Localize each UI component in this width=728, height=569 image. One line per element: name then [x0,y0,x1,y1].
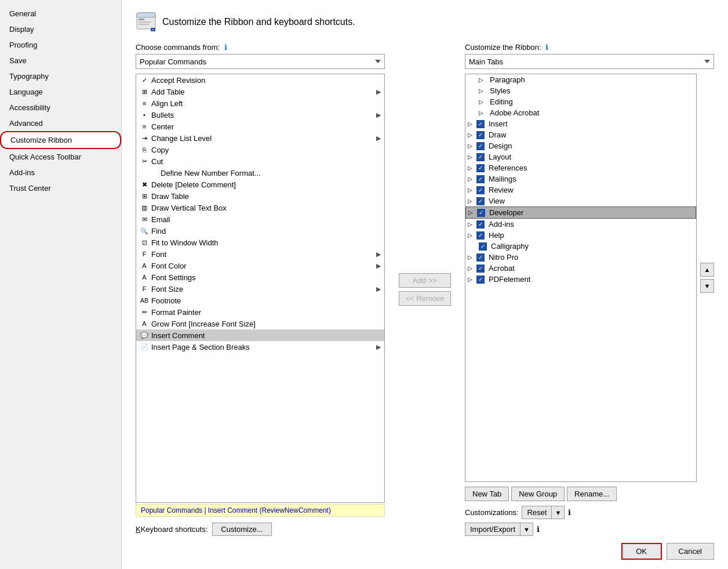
customizations-info-icon[interactable]: ℹ [568,508,571,517]
import-export-button[interactable]: Import/Export [465,523,520,535]
ribbon-tree-item[interactable]: ▷✓Draw [465,129,696,140]
command-item[interactable]: 📄Insert Page & Section Breaks▶ [136,341,384,353]
sidebar-item-trust-center[interactable]: Trust Center [0,180,121,196]
add-button[interactable]: Add >> [399,273,451,288]
tree-item-checkbox[interactable]: ✓ [476,175,485,183]
import-export-info-icon[interactable]: ℹ [537,525,540,534]
rename-button[interactable]: Rename... [567,487,617,501]
tree-item-checkbox[interactable]: ✓ [476,131,485,139]
tree-item-checkbox[interactable]: ✓ [476,231,485,240]
ribbon-tree-item[interactable]: ▷Styles [465,85,696,96]
command-item[interactable]: ⇥Change List Level▶ [136,132,384,144]
command-item[interactable]: 💬Insert Comment [136,329,384,341]
tree-expand-arrow[interactable]: ▷ [468,154,475,160]
sidebar-item-typography[interactable]: Typography [0,68,121,84]
tree-expand-arrow[interactable]: ▷ [479,99,486,105]
ribbon-tree-item[interactable]: ▷✓Mailings [465,173,696,184]
tree-item-checkbox[interactable]: ✓ [476,264,485,273]
cancel-button[interactable]: Cancel [667,543,714,560]
ribbon-tree-item[interactable]: ▷✓Acrobat [465,263,696,274]
remove-button[interactable]: << Remove [399,291,451,306]
sidebar-item-add-ins[interactable]: Add-ins [0,165,121,180]
ribbon-tree-item[interactable]: ▷✓Insert [465,118,696,129]
command-item[interactable]: FFont▶ [136,248,384,260]
command-item[interactable]: ✖Delete [Delete Comment] [136,179,384,190]
right-info-icon[interactable]: ℹ [545,43,548,52]
ribbon-tree-listbox[interactable]: ▷Paragraph▷Styles▷Editing▷Adobe Acrobat▷… [465,74,697,482]
keyboard-customize-button[interactable]: Customize... [212,523,271,536]
command-item[interactable]: Define New Number Format... [136,167,384,179]
tree-expand-arrow[interactable]: ▷ [468,209,475,216]
tree-item-checkbox[interactable]: ✓ [476,220,485,229]
sidebar-item-customize-ribbon[interactable]: Customize Ribbon [0,131,121,149]
reset-button[interactable]: Reset [522,506,551,519]
tree-expand-arrow[interactable]: ▷ [468,143,475,149]
command-item[interactable]: ≡Align Left [136,97,384,109]
tree-expand-arrow[interactable]: ▷ [468,121,475,127]
command-item[interactable]: ✓Accept Revision [136,74,384,86]
command-item[interactable]: ⎘Copy [136,144,384,155]
command-item[interactable]: ⊞Draw Table [136,190,384,202]
ribbon-tree-item[interactable]: ▷✓PDFelement [465,274,696,285]
ribbon-tree-item[interactable]: ▷✓View [465,195,696,206]
ribbon-tree-item[interactable]: ▷Adobe Acrobat [465,107,696,118]
commands-listbox[interactable]: ✓Accept Revision⊞Add Table▶≡Align Left•B… [136,74,385,503]
tree-expand-arrow[interactable]: ▷ [468,165,475,171]
command-item[interactable]: ABFootnote [136,295,384,306]
tree-item-checkbox[interactable]: ✓ [477,209,485,217]
move-down-button[interactable]: ▼ [700,279,714,293]
command-item[interactable]: AFont Color▶ [136,260,384,271]
sidebar-item-display[interactable]: Display [0,21,121,37]
ok-button[interactable]: OK [621,543,662,560]
tree-expand-arrow[interactable]: ▷ [479,77,486,83]
tree-item-checkbox[interactable]: ✓ [476,253,485,262]
move-up-button[interactable]: ▲ [700,263,714,277]
ribbon-tree-item[interactable]: ▷✓Nitro Pro [465,252,696,263]
import-export-dropdown-arrow[interactable]: ▼ [520,523,533,535]
new-group-button[interactable]: New Group [511,487,565,501]
command-item[interactable]: ✏Format Painter [136,306,384,318]
reset-dropdown-arrow[interactable]: ▼ [551,506,564,519]
tree-item-checkbox[interactable]: ✓ [479,242,487,251]
sidebar-item-general[interactable]: General [0,6,121,21]
new-tab-button[interactable]: New Tab [465,487,509,501]
sidebar-item-language[interactable]: Language [0,84,121,100]
sidebar-item-accessibility[interactable]: Accessibility [0,100,121,115]
tree-expand-arrow[interactable]: ▷ [479,110,486,116]
command-item[interactable]: ✉Email [136,213,384,225]
command-item[interactable]: ⊡Fit to Window Width [136,237,384,248]
tree-expand-arrow[interactable]: ▷ [468,221,475,227]
command-item[interactable]: ▥Draw Vertical Text Box [136,202,384,213]
command-item[interactable]: FFont Size▶ [136,283,384,295]
tree-item-checkbox[interactable]: ✓ [476,197,485,205]
ribbon-tree-item[interactable]: ▷✓Review [465,184,696,195]
tree-item-checkbox[interactable]: ✓ [476,120,485,128]
customize-ribbon-dropdown[interactable]: Main TabsTool TabsAll Tabs [465,54,714,69]
tree-item-checkbox[interactable]: ✓ [476,142,485,150]
tree-expand-arrow[interactable]: ▷ [479,88,486,94]
tree-item-checkbox[interactable]: ✓ [476,276,485,284]
ribbon-tree-item[interactable]: ✓Calligraphy [465,241,696,252]
command-item[interactable]: ✂Cut [136,155,384,167]
tree-expand-arrow[interactable]: ▷ [468,132,475,138]
tree-item-checkbox[interactable]: ✓ [476,186,485,194]
ribbon-tree-item[interactable]: ▷✓Layout [465,151,696,162]
ribbon-tree-item[interactable]: ▷✓Design [465,140,696,151]
tree-expand-arrow[interactable]: ▷ [468,187,475,193]
sidebar-item-advanced[interactable]: Advanced [0,115,121,131]
tree-expand-arrow[interactable]: ▷ [468,198,475,204]
ribbon-tree-item[interactable]: ▷✓Help [465,230,696,241]
ribbon-tree-item[interactable]: ▷✓Add-ins [465,219,696,230]
ribbon-tree-item[interactable]: ▷Editing [465,96,696,107]
commands-from-dropdown[interactable]: Popular CommandsAll CommandsCommands Not… [136,54,385,69]
tree-item-checkbox[interactable]: ✓ [476,164,485,172]
sidebar-item-proofing[interactable]: Proofing [0,37,121,53]
command-item[interactable]: •Bullets▶ [136,109,384,121]
tree-item-checkbox[interactable]: ✓ [476,153,485,161]
ribbon-tree-item[interactable]: ▷Paragraph [465,74,696,85]
sidebar-item-save[interactable]: Save [0,53,121,68]
ribbon-tree-item[interactable]: ▷✓References [465,162,696,173]
command-item[interactable]: AFont Settings [136,271,384,283]
sidebar-item-quick-access-toolbar[interactable]: Quick Access Toolbar [0,149,121,165]
tree-expand-arrow[interactable]: ▷ [468,265,475,271]
